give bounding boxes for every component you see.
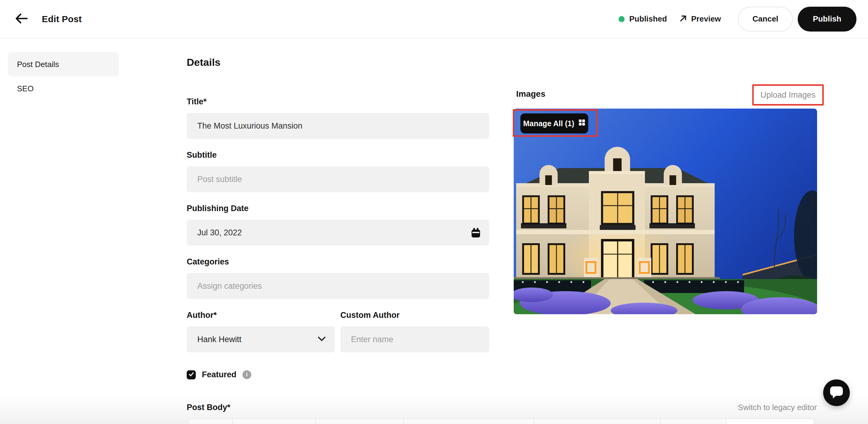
editor-toolbar-cell[interactable] xyxy=(403,419,534,424)
switch-to-legacy-editor-link[interactable]: Switch to legacy editor xyxy=(737,403,817,412)
editor-toolbar-cell[interactable] xyxy=(188,419,233,424)
page-title: Edit Post xyxy=(42,14,82,24)
post-featured-image[interactable] xyxy=(514,109,817,314)
header-bar: Edit Post Published Preview Cancel Publi… xyxy=(0,0,868,38)
featured-checkbox[interactable] xyxy=(187,370,196,379)
editor-toolbar-cell[interactable] xyxy=(534,419,661,424)
publish-button[interactable]: Publish xyxy=(798,7,857,32)
info-icon: i xyxy=(243,370,251,379)
editor-toolbar xyxy=(188,419,814,424)
editor-toolbar-cell[interactable] xyxy=(232,419,316,424)
author-select[interactable]: Hank Hewitt xyxy=(187,326,335,352)
subtitle-input[interactable] xyxy=(187,166,489,192)
upload-images-button[interactable]: Upload Images xyxy=(761,90,815,100)
section-title: Details xyxy=(187,56,221,68)
post-body-label: Post Body* xyxy=(187,403,230,412)
arrow-up-right-icon xyxy=(679,14,688,24)
chevron-down-icon xyxy=(318,336,326,343)
post-details-form: Details Title* Subtitle Publishing Date … xyxy=(187,55,489,424)
annotation-box-upload-images: Upload Images xyxy=(752,84,824,106)
custom-author-input[interactable] xyxy=(340,326,489,352)
sidebar: Post Details SEO xyxy=(8,52,119,101)
checkmark-icon xyxy=(188,371,194,378)
edit-post-page: Edit Post Published Preview Cancel Publi… xyxy=(0,0,868,424)
status-label: Published xyxy=(629,14,667,24)
arrow-left-icon xyxy=(14,12,28,26)
featured-label: Featured xyxy=(202,370,237,379)
back-button[interactable] xyxy=(13,11,29,27)
editor-toolbar-cell[interactable] xyxy=(726,419,814,424)
chat-button[interactable] xyxy=(823,379,850,406)
manage-all-label: Manage All (1) xyxy=(523,119,574,128)
manage-all-button[interactable]: Manage All (1) xyxy=(520,113,588,134)
categories-label: Categories xyxy=(187,257,229,266)
sidebar-item-post-details[interactable]: Post Details xyxy=(8,52,119,77)
publishing-date-label: Publishing Date xyxy=(187,204,249,213)
publishing-date-input[interactable] xyxy=(187,220,489,246)
editor-toolbar-cell[interactable] xyxy=(315,419,404,424)
sidebar-item-seo[interactable]: SEO xyxy=(8,77,119,101)
featured-row: Featured i xyxy=(187,370,251,379)
author-label: Author* xyxy=(187,311,217,320)
preview-label: Preview xyxy=(691,14,721,24)
status-dot-icon xyxy=(619,16,625,22)
chat-bubble-icon xyxy=(830,386,843,400)
cancel-button[interactable]: Cancel xyxy=(738,7,793,32)
categories-input[interactable] xyxy=(187,273,489,299)
editor-toolbar-cell[interactable] xyxy=(660,419,727,424)
subtitle-label: Subtitle xyxy=(187,150,217,160)
publish-status: Published xyxy=(619,14,667,24)
images-panel-label: Images xyxy=(516,89,546,99)
grid-icon xyxy=(578,119,586,128)
title-input[interactable] xyxy=(187,113,489,139)
author-select-value: Hank Hewitt xyxy=(197,335,242,344)
custom-author-label: Custom Author xyxy=(340,311,399,320)
title-label: Title* xyxy=(187,97,207,107)
mansion-photo xyxy=(514,109,817,314)
preview-button[interactable]: Preview xyxy=(679,14,721,24)
